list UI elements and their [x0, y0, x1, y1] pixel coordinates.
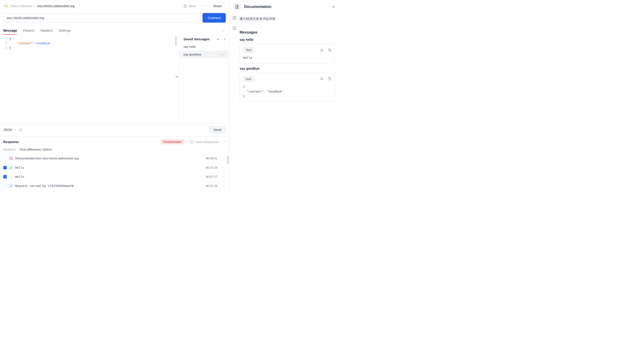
breadcrumb-parent[interactable]: New Collection	[11, 4, 32, 8]
save-response-button[interactable]: Save Response	[190, 140, 219, 144]
checkbox[interactable]	[3, 184, 7, 188]
code-editor[interactable]: 1 2 3 { "content":"Goodbye" } —	[0, 35, 179, 123]
header-bar: New Collection / wss://echo.websocket.or…	[0, 0, 229, 13]
response-header: Response Disconnected | Save Response	[0, 136, 229, 146]
documentation-panel: Documentation 建立链接后发送消息内容 Messages say h…	[229, 0, 339, 195]
share-button[interactable]: Share	[209, 2, 226, 10]
filter-row: Deselect Time difference: 430ms	[0, 146, 229, 154]
close-icon[interactable]	[332, 5, 336, 8]
add-message-icon[interactable]	[216, 38, 220, 41]
type-pill: Text	[243, 47, 254, 53]
wrap-icon[interactable]	[320, 77, 324, 81]
copy-icon[interactable]	[328, 48, 332, 52]
messages-heading: Messages	[240, 30, 335, 34]
save-icon	[184, 4, 187, 8]
message-body: Hello	[243, 56, 332, 60]
beautify-icon[interactable]	[19, 128, 22, 132]
wrap-icon[interactable]	[320, 48, 324, 52]
line-gutter: 1 2 3	[0, 36, 9, 123]
checkbox[interactable]: ✓	[3, 166, 7, 170]
saved-message-item[interactable]: say hello	[179, 43, 229, 50]
deselect-button[interactable]: Deselect	[3, 148, 16, 151]
documentation-content: 建立链接后发送消息内容 Messages say hello Text Hell…	[240, 14, 339, 105]
status-badge: Disconnected	[161, 139, 184, 144]
log-text: Hello	[15, 166, 203, 170]
arrow-down-icon: ↓	[9, 166, 13, 170]
chevron-down-icon[interactable]	[221, 175, 226, 178]
svg-rect-0	[191, 140, 194, 143]
saved-messages-title: Saved messages	[184, 37, 216, 41]
log-scrollbar[interactable]	[227, 156, 228, 164]
saved-messages-panel: Saved messages say hello say goodbye ○○○	[179, 35, 229, 123]
format-select[interactable]: JSON	[3, 128, 16, 132]
save-button[interactable]: Save	[182, 3, 197, 9]
editor-scrollbar[interactable]	[175, 36, 177, 46]
message-card: json { "content": "Goodbye" }	[240, 73, 335, 102]
log-time: 06:47:27	[206, 175, 218, 178]
more-icon[interactable]: ○○○	[220, 53, 225, 56]
arrow-down-icon: ↓	[9, 184, 13, 188]
saved-messages-header: Saved messages	[179, 35, 229, 43]
response-section: Response Disconnected | Save Response De…	[0, 136, 229, 195]
tab-params[interactable]: Params	[23, 27, 34, 35]
checkbox[interactable]: ✓	[3, 175, 7, 178]
alert-icon	[9, 156, 13, 160]
chevron-down-icon[interactable]	[221, 184, 226, 187]
info-icon[interactable]	[232, 26, 236, 30]
breadcrumb: New Collection / wss://echo.websocket.or…	[11, 4, 74, 8]
log-text: Request served by 1781505b56ee58	[15, 184, 203, 188]
documentation-body: 建立链接后发送消息内容 Messages say hello Text Hell…	[229, 14, 339, 105]
note-icon[interactable]	[232, 16, 236, 20]
tab-settings[interactable]: Settings	[59, 27, 70, 35]
save-caret-icon[interactable]	[199, 4, 206, 8]
documentation-rail	[229, 14, 240, 105]
time-difference: Time difference: 430ms	[19, 148, 52, 151]
arrow-up-icon: ↑	[9, 175, 13, 178]
send-button[interactable]: Send	[209, 126, 226, 134]
log-text: Disconnected from wss://echo.websocket.o…	[16, 156, 203, 160]
log-text: Hello	[15, 175, 203, 178]
chevron-right-icon[interactable]	[223, 38, 226, 41]
log-row[interactable]: Disconnected from wss://echo.websocket.o…	[0, 154, 229, 163]
tabs-row: Message Params Headers Settings	[0, 27, 229, 35]
type-pill: json	[243, 76, 254, 82]
save-response-icon	[190, 140, 194, 144]
log-row[interactable]: ✓ ↓ Hello 06:47:28	[0, 163, 229, 172]
svg-rect-4	[329, 50, 331, 51]
document-icon	[233, 3, 241, 11]
collapse-icon[interactable]	[221, 28, 226, 33]
log-row[interactable]: ✓ ↑ Hello 06:47:27	[0, 172, 229, 181]
copy-icon[interactable]	[328, 77, 332, 81]
message-body: { "content": "Goodbye" }	[243, 84, 332, 99]
url-input[interactable]	[3, 13, 200, 22]
editor-row: 1 2 3 { "content":"Goodbye" } — Saved me…	[0, 35, 229, 124]
log-time: 06:47:25	[206, 184, 218, 188]
tab-message[interactable]: Message	[3, 27, 17, 35]
log-time: 06:47:28	[206, 166, 218, 170]
resize-handle[interactable]: —	[174, 74, 179, 79]
url-row: Connect	[0, 13, 229, 27]
log-time: 06:49:31	[206, 156, 218, 160]
main-panel: New Collection / wss://echo.websocket.or…	[0, 0, 229, 195]
message-block-title: say goodbye	[240, 67, 335, 70]
connect-button[interactable]: Connect	[202, 13, 226, 22]
chevron-down-icon	[13, 128, 16, 131]
breadcrumb-current: wss://echo.websocket.org	[37, 4, 74, 8]
svg-rect-5	[329, 78, 331, 80]
chevron-down-icon[interactable]	[221, 157, 226, 160]
message-card: Text Hello	[240, 44, 335, 64]
documentation-header: Documentation	[229, 0, 339, 14]
documentation-title: Documentation	[244, 5, 328, 9]
breadcrumb-separator: /	[34, 4, 35, 8]
chevron-down-icon[interactable]	[221, 166, 226, 169]
log-list: Disconnected from wss://echo.websocket.o…	[0, 154, 229, 195]
tab-headers[interactable]: Headers	[40, 27, 53, 35]
svg-rect-2	[233, 16, 236, 19]
documentation-description: 建立链接后发送消息内容	[240, 16, 335, 21]
chevron-down-icon[interactable]	[222, 140, 226, 143]
saved-message-item[interactable]: say goodbye ○○○	[179, 50, 229, 58]
editor-footer: JSON Send	[0, 124, 229, 136]
log-row[interactable]: ↓ Request served by 1781505b56ee58 06:47…	[0, 181, 229, 190]
code-content[interactable]: { "content":"Goodbye" }	[9, 36, 179, 123]
response-title: Response	[3, 140, 19, 144]
